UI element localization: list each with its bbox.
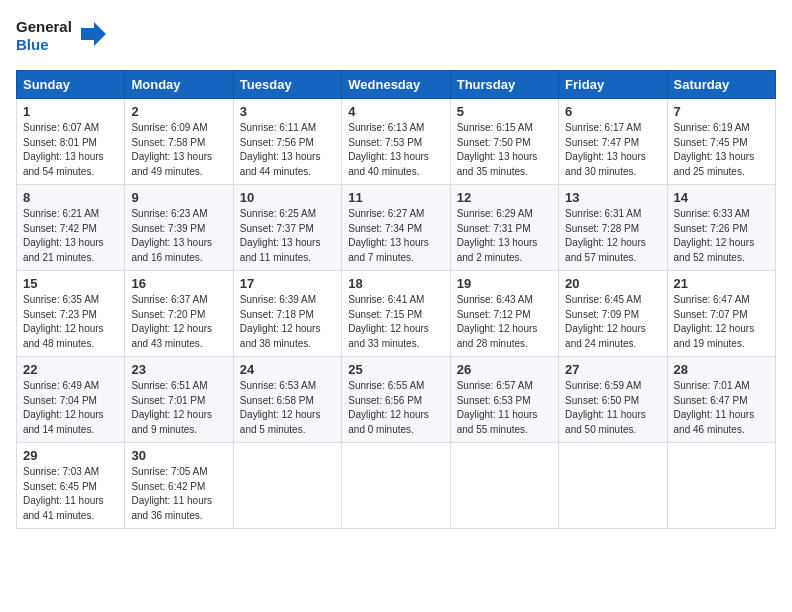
calendar-cell: 5 Sunrise: 6:15 AM Sunset: 7:50 PM Dayli… [450, 99, 558, 185]
calendar-table: SundayMondayTuesdayWednesdayThursdayFrid… [16, 70, 776, 529]
day-number: 23 [131, 362, 226, 377]
calendar-cell: 21 Sunrise: 6:47 AM Sunset: 7:07 PM Dayl… [667, 271, 775, 357]
calendar-cell: 6 Sunrise: 6:17 AM Sunset: 7:47 PM Dayli… [559, 99, 667, 185]
day-info: Sunrise: 6:41 AM Sunset: 7:15 PM Dayligh… [348, 294, 429, 349]
calendar-cell: 10 Sunrise: 6:25 AM Sunset: 7:37 PM Dayl… [233, 185, 341, 271]
day-info: Sunrise: 6:09 AM Sunset: 7:58 PM Dayligh… [131, 122, 212, 177]
day-number: 7 [674, 104, 769, 119]
calendar-cell: 13 Sunrise: 6:31 AM Sunset: 7:28 PM Dayl… [559, 185, 667, 271]
day-number: 25 [348, 362, 443, 377]
day-info: Sunrise: 6:39 AM Sunset: 7:18 PM Dayligh… [240, 294, 321, 349]
day-info: Sunrise: 6:21 AM Sunset: 7:42 PM Dayligh… [23, 208, 104, 263]
day-number: 15 [23, 276, 118, 291]
day-info: Sunrise: 6:43 AM Sunset: 7:12 PM Dayligh… [457, 294, 538, 349]
svg-text:Blue: Blue [16, 36, 49, 53]
calendar-cell: 4 Sunrise: 6:13 AM Sunset: 7:53 PM Dayli… [342, 99, 450, 185]
day-number: 5 [457, 104, 552, 119]
svg-text:General: General [16, 18, 72, 35]
day-number: 9 [131, 190, 226, 205]
calendar-cell: 16 Sunrise: 6:37 AM Sunset: 7:20 PM Dayl… [125, 271, 233, 357]
calendar-cell: 17 Sunrise: 6:39 AM Sunset: 7:18 PM Dayl… [233, 271, 341, 357]
day-info: Sunrise: 6:59 AM Sunset: 6:50 PM Dayligh… [565, 380, 646, 435]
day-info: Sunrise: 6:33 AM Sunset: 7:26 PM Dayligh… [674, 208, 755, 263]
calendar-cell: 11 Sunrise: 6:27 AM Sunset: 7:34 PM Dayl… [342, 185, 450, 271]
day-info: Sunrise: 6:15 AM Sunset: 7:50 PM Dayligh… [457, 122, 538, 177]
day-number: 29 [23, 448, 118, 463]
svg-marker-2 [81, 22, 106, 46]
day-number: 24 [240, 362, 335, 377]
calendar-week-2: 8 Sunrise: 6:21 AM Sunset: 7:42 PM Dayli… [17, 185, 776, 271]
calendar-cell: 7 Sunrise: 6:19 AM Sunset: 7:45 PM Dayli… [667, 99, 775, 185]
day-info: Sunrise: 6:57 AM Sunset: 6:53 PM Dayligh… [457, 380, 538, 435]
calendar-cell [233, 443, 341, 529]
day-number: 13 [565, 190, 660, 205]
day-number: 2 [131, 104, 226, 119]
calendar-cell [342, 443, 450, 529]
calendar-cell: 24 Sunrise: 6:53 AM Sunset: 6:58 PM Dayl… [233, 357, 341, 443]
day-number: 17 [240, 276, 335, 291]
calendar-cell: 9 Sunrise: 6:23 AM Sunset: 7:39 PM Dayli… [125, 185, 233, 271]
calendar-cell: 12 Sunrise: 6:29 AM Sunset: 7:31 PM Dayl… [450, 185, 558, 271]
header-saturday: Saturday [667, 71, 775, 99]
day-number: 22 [23, 362, 118, 377]
calendar-cell: 18 Sunrise: 6:41 AM Sunset: 7:15 PM Dayl… [342, 271, 450, 357]
header-thursday: Thursday [450, 71, 558, 99]
calendar-cell: 28 Sunrise: 7:01 AM Sunset: 6:47 PM Dayl… [667, 357, 775, 443]
day-info: Sunrise: 6:37 AM Sunset: 7:20 PM Dayligh… [131, 294, 212, 349]
calendar-cell: 22 Sunrise: 6:49 AM Sunset: 7:04 PM Dayl… [17, 357, 125, 443]
calendar-week-4: 22 Sunrise: 6:49 AM Sunset: 7:04 PM Dayl… [17, 357, 776, 443]
header-friday: Friday [559, 71, 667, 99]
header-tuesday: Tuesday [233, 71, 341, 99]
day-number: 28 [674, 362, 769, 377]
calendar-cell [450, 443, 558, 529]
calendar-week-3: 15 Sunrise: 6:35 AM Sunset: 7:23 PM Dayl… [17, 271, 776, 357]
day-number: 14 [674, 190, 769, 205]
day-info: Sunrise: 6:11 AM Sunset: 7:56 PM Dayligh… [240, 122, 321, 177]
calendar-cell: 2 Sunrise: 6:09 AM Sunset: 7:58 PM Dayli… [125, 99, 233, 185]
day-number: 4 [348, 104, 443, 119]
calendar-cell: 23 Sunrise: 6:51 AM Sunset: 7:01 PM Dayl… [125, 357, 233, 443]
calendar-cell [559, 443, 667, 529]
day-number: 11 [348, 190, 443, 205]
header-wednesday: Wednesday [342, 71, 450, 99]
day-number: 10 [240, 190, 335, 205]
day-number: 3 [240, 104, 335, 119]
day-info: Sunrise: 6:51 AM Sunset: 7:01 PM Dayligh… [131, 380, 212, 435]
day-info: Sunrise: 6:13 AM Sunset: 7:53 PM Dayligh… [348, 122, 429, 177]
day-info: Sunrise: 6:31 AM Sunset: 7:28 PM Dayligh… [565, 208, 646, 263]
day-number: 8 [23, 190, 118, 205]
day-info: Sunrise: 6:27 AM Sunset: 7:34 PM Dayligh… [348, 208, 429, 263]
logo-svg: General Blue [16, 16, 106, 58]
calendar-week-5: 29 Sunrise: 7:03 AM Sunset: 6:45 PM Dayl… [17, 443, 776, 529]
header-sunday: Sunday [17, 71, 125, 99]
day-number: 26 [457, 362, 552, 377]
day-info: Sunrise: 7:05 AM Sunset: 6:42 PM Dayligh… [131, 466, 212, 521]
day-number: 18 [348, 276, 443, 291]
header-monday: Monday [125, 71, 233, 99]
day-number: 21 [674, 276, 769, 291]
day-info: Sunrise: 7:03 AM Sunset: 6:45 PM Dayligh… [23, 466, 104, 521]
calendar-cell: 8 Sunrise: 6:21 AM Sunset: 7:42 PM Dayli… [17, 185, 125, 271]
day-number: 1 [23, 104, 118, 119]
day-number: 6 [565, 104, 660, 119]
calendar-cell: 26 Sunrise: 6:57 AM Sunset: 6:53 PM Dayl… [450, 357, 558, 443]
day-info: Sunrise: 6:17 AM Sunset: 7:47 PM Dayligh… [565, 122, 646, 177]
day-info: Sunrise: 6:29 AM Sunset: 7:31 PM Dayligh… [457, 208, 538, 263]
day-info: Sunrise: 6:47 AM Sunset: 7:07 PM Dayligh… [674, 294, 755, 349]
day-number: 20 [565, 276, 660, 291]
page-header: General Blue [16, 16, 776, 58]
day-number: 30 [131, 448, 226, 463]
day-info: Sunrise: 6:35 AM Sunset: 7:23 PM Dayligh… [23, 294, 104, 349]
calendar-cell: 15 Sunrise: 6:35 AM Sunset: 7:23 PM Dayl… [17, 271, 125, 357]
calendar-week-1: 1 Sunrise: 6:07 AM Sunset: 8:01 PM Dayli… [17, 99, 776, 185]
calendar-cell: 14 Sunrise: 6:33 AM Sunset: 7:26 PM Dayl… [667, 185, 775, 271]
calendar-cell: 27 Sunrise: 6:59 AM Sunset: 6:50 PM Dayl… [559, 357, 667, 443]
calendar-cell [667, 443, 775, 529]
day-info: Sunrise: 6:55 AM Sunset: 6:56 PM Dayligh… [348, 380, 429, 435]
calendar-cell: 3 Sunrise: 6:11 AM Sunset: 7:56 PM Dayli… [233, 99, 341, 185]
calendar-cell: 30 Sunrise: 7:05 AM Sunset: 6:42 PM Dayl… [125, 443, 233, 529]
day-info: Sunrise: 6:07 AM Sunset: 8:01 PM Dayligh… [23, 122, 104, 177]
calendar-cell: 25 Sunrise: 6:55 AM Sunset: 6:56 PM Dayl… [342, 357, 450, 443]
day-info: Sunrise: 6:53 AM Sunset: 6:58 PM Dayligh… [240, 380, 321, 435]
day-info: Sunrise: 6:49 AM Sunset: 7:04 PM Dayligh… [23, 380, 104, 435]
